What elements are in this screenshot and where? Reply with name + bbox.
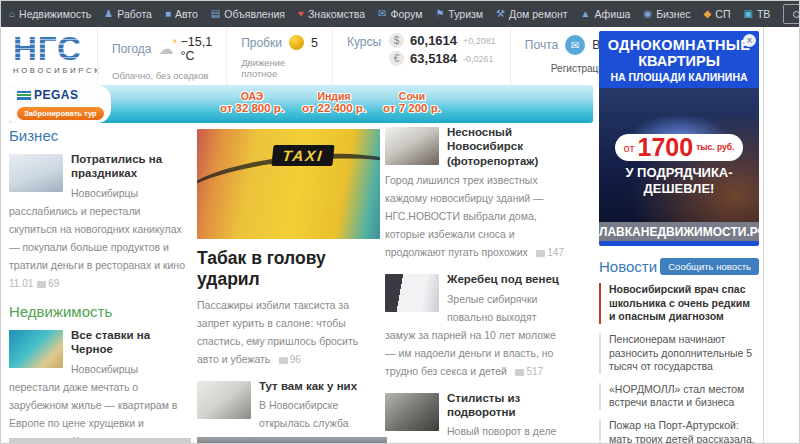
logo-subtitle: НОВОСИБИРСК xyxy=(13,66,97,75)
nav-item-auto[interactable]: Авто xyxy=(165,8,198,20)
center-column: TAXI Табак в голову ударил Пассажиры изб… xyxy=(197,129,380,444)
list-icon xyxy=(211,9,220,19)
nav-item-tv[interactable]: ТВ xyxy=(743,8,770,20)
book-tour-button[interactable]: Забронировать тур xyxy=(17,107,104,120)
ad-bottom-strip xyxy=(599,241,759,246)
ad-url[interactable]: ЛАВКАНЕДВИЖИМОСТИ.РФ xyxy=(599,222,759,241)
comments-icon xyxy=(37,281,46,288)
apartments-banner-ad[interactable]: × ОДНОКОМНАТНЫЕ КВАРТИРЫ НА ПЛОЩАДИ КАЛИ… xyxy=(599,31,759,246)
nav-item-realty[interactable]: Недвижимость xyxy=(9,8,91,20)
usd-delta: +0,2081 xyxy=(463,36,496,46)
pegas-banner-ad[interactable]: PEGAS Забронировать тур ОАЭ от 32 800 р.… xyxy=(9,85,593,123)
news-list-item[interactable]: Новосибирский врач спас школьника с очен… xyxy=(599,283,759,324)
traffic-widget[interactable]: Пробки 5 Движение плотное xyxy=(226,27,332,85)
main-story-image[interactable]: TAXI xyxy=(197,129,380,239)
site-header: НГС НОВОСИБИРСК Погода ☁ −15,1 °C Облачн… xyxy=(1,27,593,85)
chat-icon xyxy=(378,9,386,19)
teaser-center-2[interactable]: Тут вам как у них В Новосибирске открыла… xyxy=(197,379,380,444)
mail-icon: ✉ xyxy=(565,35,585,55)
ruble-icon xyxy=(643,9,652,19)
tools-icon xyxy=(496,9,505,19)
news-list-item[interactable]: Пожар на Порт-Артурской: мать троих дете… xyxy=(599,419,759,444)
offer-india[interactable]: Индия от 22 400 р. xyxy=(291,90,377,114)
teaser-right-3[interactable]: Стилисты из подворотни Новый поворот в д… xyxy=(385,391,567,444)
close-icon[interactable]: × xyxy=(743,34,756,47)
search-button[interactable]: Поиск xyxy=(783,4,800,24)
nav-item-business[interactable]: Бизнес xyxy=(643,8,690,20)
nav-label: Объявления xyxy=(224,8,285,20)
comments-count[interactable]: 69 xyxy=(48,278,59,289)
nav-item-sp[interactable]: СП xyxy=(704,8,731,20)
cutoff-bar-center xyxy=(197,437,387,444)
section-business[interactable]: Бизнес xyxy=(9,127,191,144)
flag-icon xyxy=(435,9,444,19)
nav-label: Авто xyxy=(175,8,198,20)
teaser-realty-1[interactable]: Все ставки на Черное Новосибирцы переста… xyxy=(9,328,191,444)
search-icon xyxy=(793,11,800,18)
news-list-item[interactable]: Пенсионерам начинают разносить дополните… xyxy=(599,333,759,374)
weather-widget[interactable]: Погода ☁ −15,1 °C Облачно, без осадков xyxy=(97,27,226,85)
nav-label: СП xyxy=(715,8,730,20)
eur-rate: 63,5184 xyxy=(410,51,457,66)
traffic-label: Пробки xyxy=(241,36,282,50)
nav-item-jobs[interactable]: Работа xyxy=(104,8,152,20)
teaser-thumbnail[interactable] xyxy=(9,154,63,192)
nav-item-forum[interactable]: Форум xyxy=(378,8,422,20)
offer-sochi[interactable]: Сочи от 7 200 р. xyxy=(369,90,455,114)
section-news[interactable]: Новости xyxy=(599,258,657,275)
currency-widget[interactable]: Курсы $ 60,1614 +0,2081 € 63,5184 -0,026… xyxy=(332,27,510,85)
nav-label: ТВ xyxy=(757,8,770,20)
nav-item-home-repair[interactable]: Дом ремонт xyxy=(496,8,568,20)
nav-item-tourism[interactable]: Туризм xyxy=(435,8,483,20)
right-rail: × ОДНОКОМНАТНЫЕ КВАРТИРЫ НА ПЛОЩАДИ КАЛИ… xyxy=(599,31,759,444)
weather-label: Погода xyxy=(112,42,152,56)
main-story-title[interactable]: Табак в голову ударил xyxy=(197,248,380,290)
teaser-thumbnail[interactable] xyxy=(385,274,439,312)
comments-count[interactable]: 147 xyxy=(547,247,564,258)
ad-price-box: от 1700 тыс. руб. xyxy=(615,134,744,161)
nav-item-dating[interactable]: Знакомства xyxy=(298,8,365,20)
person-icon xyxy=(104,9,113,19)
traffic-light-icon xyxy=(289,35,304,50)
ad-photo: от 1700 тыс. руб. У ПОДРЯДЧИКА- ДЕШЕВЛЕ! xyxy=(599,88,759,222)
nav-label: Туризм xyxy=(448,8,483,20)
teaser-right-2[interactable]: Жеребец под венец Зрелые сибирячки повал… xyxy=(385,272,567,378)
offer-uae[interactable]: ОАЭ от 32 800 р. xyxy=(209,90,295,114)
teaser-thumbnail[interactable] xyxy=(197,381,251,419)
news-list-item[interactable]: «НОРДМОЛЛ» стал местом встречи власти и … xyxy=(599,383,759,410)
nav-item-ads[interactable]: Объявления xyxy=(211,8,285,20)
eur-icon: € xyxy=(389,51,404,66)
ad-price-prefix: от xyxy=(624,142,635,154)
teaser-thumbnail[interactable] xyxy=(385,127,439,165)
logo-title: НГС xyxy=(13,33,82,64)
submit-news-button[interactable]: Сообщить новость xyxy=(660,258,759,275)
ad-header: ОДНОКОМНАТНЫЕ КВАРТИРЫ НА ПЛОЩАДИ КАЛИНИ… xyxy=(599,31,759,88)
top-navigation: Недвижимость Работа Авто Объявления Знак… xyxy=(1,1,800,27)
teaser-business-1[interactable]: Потратились на праздниках Новосибирцы ра… xyxy=(9,152,191,291)
tv-icon xyxy=(743,9,752,19)
ad-slogan: У ПОДРЯДЧИКА- ДЕШЕВЛЕ! xyxy=(599,165,759,196)
building-icon xyxy=(9,9,15,19)
comments-icon xyxy=(279,357,288,364)
section-realty[interactable]: Недвижимость xyxy=(9,303,191,320)
traffic-score: 5 xyxy=(311,36,318,50)
ngs-logo[interactable]: НГС НОВОСИБИРСК xyxy=(1,27,97,85)
teaser-right-1[interactable]: Несносный Новосибирск (фоторепортаж) Гор… xyxy=(385,125,567,260)
teaser-thumbnail[interactable] xyxy=(385,393,439,431)
nav-label: Афиша xyxy=(595,8,631,20)
teaser-thumbnail[interactable] xyxy=(9,330,63,368)
heart-icon xyxy=(298,9,304,19)
ad-title-line2: КВАРТИРЫ xyxy=(601,53,757,69)
teaser-text: Новосибирцы перестали даже мечтать о зар… xyxy=(9,363,178,444)
nav-label: Бизнес xyxy=(656,8,690,20)
weather-desc: Облачно, без осадков xyxy=(112,70,212,81)
eur-delta: -0,0261 xyxy=(463,54,494,64)
ad-price: 1700 xyxy=(638,135,694,160)
comments-count[interactable]: 96 xyxy=(290,354,301,365)
nav-item-afisha[interactable]: Афиша xyxy=(581,8,631,20)
nav-label: Недвижимость xyxy=(19,8,91,20)
mail-label: Почта xyxy=(525,38,558,52)
cart-icon xyxy=(704,9,712,19)
comments-count[interactable]: 517 xyxy=(526,366,543,377)
traffic-desc: Движение плотное xyxy=(241,57,318,79)
